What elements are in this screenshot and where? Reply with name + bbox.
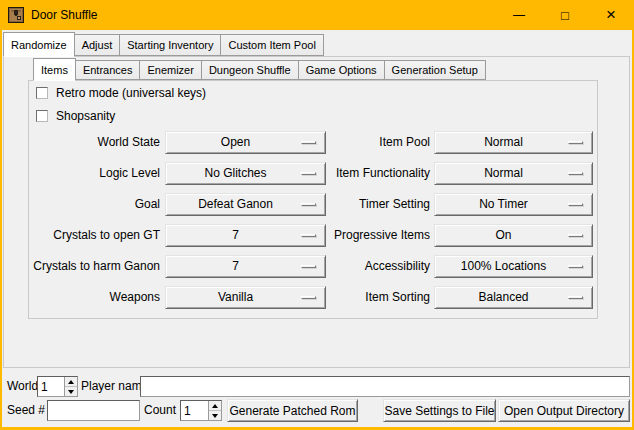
tab-starting-inventory-label: Starting Inventory bbox=[127, 39, 213, 51]
subtab-generation-setup-label: Generation Setup bbox=[392, 64, 478, 76]
world-state-value: Open bbox=[166, 132, 305, 153]
item-pool-label: Item Pool bbox=[310, 131, 430, 154]
weapons-label: Weapons bbox=[10, 286, 160, 309]
item-pool-value: Normal bbox=[435, 132, 572, 153]
maximize-button[interactable]: □ bbox=[542, 0, 588, 30]
up-arrow-icon bbox=[212, 404, 218, 408]
window-title: Door Shuffle bbox=[31, 8, 98, 22]
worlds-input[interactable] bbox=[38, 377, 64, 396]
subtab-dungeon-shuffle[interactable]: Dungeon Shuffle bbox=[202, 60, 299, 80]
subtab-game-options[interactable]: Game Options bbox=[299, 60, 385, 80]
item-pool-dropdown[interactable]: Normal bbox=[434, 131, 593, 154]
tab-starting-inventory[interactable]: Starting Inventory bbox=[120, 34, 221, 56]
generate-rom-button-label: Generate Patched Rom bbox=[229, 404, 355, 418]
accessibility-value: 100% Locations bbox=[435, 256, 572, 277]
world-state-label: World State bbox=[10, 131, 160, 154]
down-arrow-icon bbox=[68, 390, 74, 394]
app-window: Door Shuffle — □ × Randomize Adjust Star… bbox=[0, 0, 634, 430]
checkbox-retro-mode[interactable]: Retro mode (universal keys) bbox=[36, 86, 206, 100]
titlebar: Door Shuffle — □ × bbox=[0, 0, 634, 30]
maximize-icon: □ bbox=[561, 8, 569, 23]
item-sorting-value: Balanced bbox=[435, 287, 572, 308]
worlds-spin-up-button[interactable] bbox=[65, 377, 77, 386]
weapons-value: Vanilla bbox=[166, 287, 305, 308]
logic-level-dropdown[interactable]: No Glitches bbox=[165, 162, 326, 185]
dropdown-indicator-icon bbox=[568, 203, 583, 206]
crystals-open-gt-value: 7 bbox=[166, 225, 305, 246]
outer-tab-bar: Randomize Adjust Starting Inventory Cust… bbox=[3, 32, 324, 57]
item-functionality-label: Item Functionality bbox=[310, 162, 430, 185]
subtab-enemizer[interactable]: Enemizer bbox=[140, 60, 201, 80]
crystals-open-gt-dropdown[interactable]: 7 bbox=[165, 224, 326, 247]
crystals-open-gt-label: Crystals to open GT bbox=[10, 224, 160, 247]
tab-adjust[interactable]: Adjust bbox=[75, 34, 121, 56]
tab-adjust-label: Adjust bbox=[82, 39, 113, 51]
inner-tab-bar: Items Entrances Enemizer Dungeon Shuffle… bbox=[33, 58, 486, 81]
player-names-input[interactable] bbox=[141, 378, 629, 397]
dropdown-indicator-icon bbox=[568, 265, 583, 268]
save-settings-button[interactable]: Save Settings to File bbox=[383, 399, 496, 422]
subtab-game-options-label: Game Options bbox=[306, 64, 377, 76]
subtab-generation-setup[interactable]: Generation Setup bbox=[385, 60, 486, 80]
accessibility-dropdown[interactable]: 100% Locations bbox=[434, 255, 593, 278]
checkbox-shopsanity[interactable]: Shopsanity bbox=[36, 109, 115, 123]
world-state-dropdown[interactable]: Open bbox=[165, 131, 326, 154]
dropdown-indicator-icon bbox=[568, 141, 583, 144]
subtab-entrances[interactable]: Entrances bbox=[76, 60, 141, 80]
checkbox-shopsanity-label: Shopsanity bbox=[56, 109, 115, 123]
count-spin-down-button[interactable] bbox=[209, 410, 221, 420]
subtab-items-label: Items bbox=[41, 64, 68, 76]
player-names-field bbox=[140, 376, 630, 397]
crystals-harm-ganon-label: Crystals to harm Ganon bbox=[10, 255, 160, 278]
count-input[interactable] bbox=[181, 401, 208, 420]
dropdown-indicator-icon bbox=[568, 172, 583, 175]
dropdown-indicator-icon bbox=[568, 296, 583, 299]
seed-label: Seed # bbox=[7, 400, 45, 421]
goal-value: Defeat Ganon bbox=[166, 194, 305, 215]
seed-field bbox=[47, 400, 140, 421]
count-label: Count bbox=[144, 400, 176, 421]
open-output-button[interactable]: Open Output Directory bbox=[498, 399, 630, 422]
tab-custom-item-pool-label: Custom Item Pool bbox=[228, 39, 315, 51]
item-sorting-dropdown[interactable]: Balanced bbox=[434, 286, 593, 309]
count-spinbox bbox=[180, 400, 222, 421]
down-arrow-icon bbox=[212, 414, 218, 418]
checkbox-box-icon bbox=[36, 87, 48, 99]
worlds-spinbox bbox=[37, 376, 78, 397]
timer-setting-label: Timer Setting bbox=[310, 193, 430, 216]
timer-setting-dropdown[interactable]: No Timer bbox=[434, 193, 593, 216]
tab-randomize[interactable]: Randomize bbox=[3, 32, 75, 57]
crystals-harm-ganon-dropdown[interactable]: 7 bbox=[165, 255, 326, 278]
progressive-items-dropdown[interactable]: On bbox=[434, 224, 593, 247]
count-spin-arrows bbox=[208, 401, 221, 420]
generate-rom-button[interactable]: Generate Patched Rom bbox=[227, 399, 358, 422]
logic-level-label: Logic Level bbox=[10, 162, 160, 185]
tab-custom-item-pool[interactable]: Custom Item Pool bbox=[221, 34, 323, 56]
crystals-harm-ganon-value: 7 bbox=[166, 256, 305, 277]
save-settings-button-label: Save Settings to File bbox=[384, 404, 494, 418]
progressive-items-value: On bbox=[435, 225, 572, 246]
dropdown-indicator-icon bbox=[568, 234, 583, 237]
subtab-entrances-label: Entrances bbox=[83, 64, 133, 76]
goal-dropdown[interactable]: Defeat Ganon bbox=[165, 193, 326, 216]
weapons-dropdown[interactable]: Vanilla bbox=[165, 286, 326, 309]
caption-buttons: — □ × bbox=[496, 0, 634, 30]
subtab-dungeon-shuffle-label: Dungeon Shuffle bbox=[209, 64, 291, 76]
item-sorting-label: Item Sorting bbox=[310, 286, 430, 309]
checkbox-retro-mode-label: Retro mode (universal keys) bbox=[56, 86, 206, 100]
progressive-items-label: Progressive Items bbox=[310, 224, 430, 247]
open-output-button-label: Open Output Directory bbox=[504, 404, 624, 418]
worlds-spin-down-button[interactable] bbox=[65, 386, 77, 396]
item-functionality-dropdown[interactable]: Normal bbox=[434, 162, 593, 185]
goal-label: Goal bbox=[10, 193, 160, 216]
logic-level-value: No Glitches bbox=[166, 163, 305, 184]
door-icon bbox=[8, 7, 24, 23]
timer-setting-value: No Timer bbox=[435, 194, 572, 215]
minimize-button[interactable]: — bbox=[496, 0, 542, 30]
subtab-items[interactable]: Items bbox=[33, 58, 76, 81]
worlds-spin-arrows bbox=[64, 377, 77, 396]
count-spin-up-button[interactable] bbox=[209, 401, 221, 410]
close-button[interactable]: × bbox=[588, 0, 634, 30]
seed-input[interactable] bbox=[48, 402, 139, 421]
minimize-icon: — bbox=[513, 8, 525, 22]
